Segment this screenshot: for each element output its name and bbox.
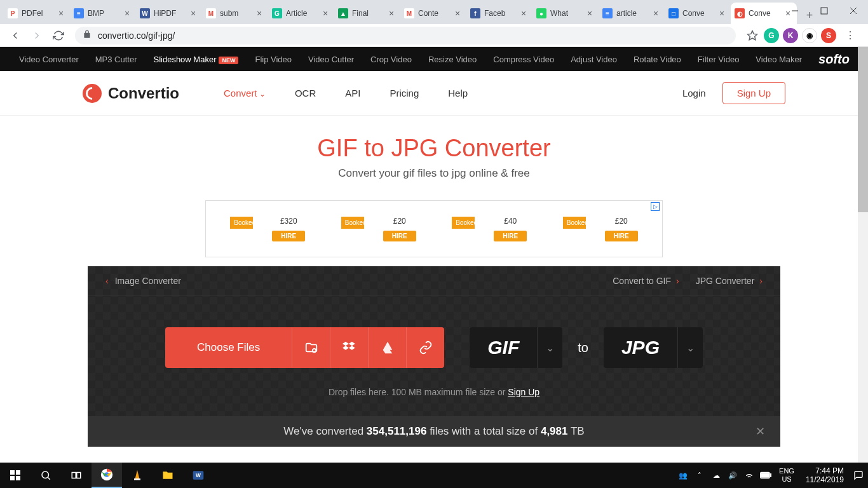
softo-nav-item[interactable]: MP3 Cutter xyxy=(95,55,137,64)
tray-notifications-icon[interactable] xyxy=(853,470,864,481)
softo-nav-item[interactable]: Video Cutter xyxy=(308,55,354,64)
ad-info-icon[interactable]: ▷ xyxy=(651,202,660,211)
tab-close-button[interactable]: × xyxy=(651,8,661,18)
tray-language[interactable]: ENGUS xyxy=(776,467,797,484)
tab-close-button[interactable]: × xyxy=(519,8,529,18)
taskbar-app-explorer[interactable] xyxy=(153,463,183,488)
bookmark-star-icon[interactable] xyxy=(742,25,763,46)
tray-up-icon[interactable]: ˄ xyxy=(694,470,705,481)
tray-people-icon[interactable]: 👥 xyxy=(677,470,689,481)
softo-nav-item[interactable]: Video Maker xyxy=(756,55,802,64)
stats-banner: We've converted 354,511,196 files with a… xyxy=(88,416,780,447)
tab-favicon: ▲ xyxy=(338,8,348,18)
start-button[interactable] xyxy=(0,463,31,488)
tab-close-button[interactable]: × xyxy=(320,8,330,18)
softo-nav-item[interactable]: Rotate Video xyxy=(634,55,681,64)
nav-help[interactable]: Help xyxy=(448,88,468,98)
svg-rect-21 xyxy=(761,473,768,477)
extension-grammarly-icon[interactable]: G xyxy=(764,28,779,43)
close-stats-button[interactable]: ✕ xyxy=(756,424,765,438)
address-bar[interactable]: convertio.co/gif-jpg/ xyxy=(75,27,736,44)
convertio-logo[interactable]: Convertio xyxy=(83,84,179,103)
softo-nav-item[interactable]: Compress Video xyxy=(493,55,554,64)
vertical-scrollbar[interactable] xyxy=(858,47,868,463)
browser-tab[interactable]: PPDFel× xyxy=(4,3,70,24)
browser-tab[interactable]: ≡BMP× xyxy=(70,3,136,24)
browser-tab[interactable]: ▲Final× xyxy=(334,3,400,24)
tab-label: PDFel xyxy=(22,9,56,18)
extension-icon[interactable]: K xyxy=(783,28,798,43)
tab-label: article xyxy=(616,9,651,18)
window-minimize-button[interactable] xyxy=(780,0,810,22)
source-googledrive-button[interactable] xyxy=(368,327,406,368)
browser-tab[interactable]: Msubm× xyxy=(202,3,268,24)
softo-nav-item[interactable]: Crop Video xyxy=(370,55,412,64)
tab-close-button[interactable]: × xyxy=(585,8,595,18)
window-maximize-button[interactable] xyxy=(810,0,839,22)
signup-link[interactable]: Sign Up xyxy=(508,387,539,397)
format-from-selector[interactable]: GIF ⌄ xyxy=(470,327,562,368)
taskbar-app-word[interactable]: W xyxy=(183,463,214,488)
browser-tab[interactable]: fFaceb× xyxy=(466,3,532,24)
softo-nav-item[interactable]: Slideshow MakerNEW xyxy=(153,55,238,64)
browser-tab[interactable]: GArticle× xyxy=(268,3,334,24)
tray-battery-icon[interactable] xyxy=(760,470,771,481)
svg-rect-6 xyxy=(10,470,15,475)
new-badge: NEW xyxy=(219,57,238,64)
tab-close-button[interactable]: × xyxy=(717,8,727,18)
svg-rect-13 xyxy=(77,473,81,478)
browser-tab[interactable]: MConte× xyxy=(400,3,466,24)
search-button[interactable] xyxy=(31,463,61,488)
taskbar-app-vlc[interactable] xyxy=(122,463,153,488)
source-dropbox-button[interactable] xyxy=(330,327,368,368)
task-view-button[interactable] xyxy=(61,463,92,488)
tab-close-button[interactable]: × xyxy=(56,8,66,18)
taskbar-app-chrome[interactable] xyxy=(92,463,122,488)
choose-files-button[interactable]: Choose Files xyxy=(165,327,292,368)
tab-close-button[interactable]: × xyxy=(188,8,198,18)
nav-convert[interactable]: Convert xyxy=(224,88,266,98)
nav-pricing[interactable]: Pricing xyxy=(390,88,419,98)
extension-icon[interactable]: ◉ xyxy=(802,28,817,43)
browser-tab[interactable]: ●What× xyxy=(532,3,599,24)
ad-banner[interactable]: Booked...£320HIREBooked...£20HIREBooked.… xyxy=(205,200,663,257)
scrollbar-thumb[interactable] xyxy=(858,47,868,212)
reload-button[interactable] xyxy=(48,25,69,46)
login-link[interactable]: Login xyxy=(682,88,706,98)
window-close-button[interactable] xyxy=(839,0,868,22)
softo-nav-item[interactable]: Resize Video xyxy=(428,55,477,64)
profile-avatar[interactable]: S xyxy=(821,28,836,43)
convertio-logo-icon xyxy=(83,84,102,103)
breadcrumb-jpg-converter[interactable]: JPG Converter› xyxy=(696,276,763,286)
tray-onedrive-icon[interactable]: ☁ xyxy=(710,470,722,481)
nav-api[interactable]: API xyxy=(345,88,360,98)
breadcrumb-convert-gif[interactable]: Convert to GIF› xyxy=(613,276,679,286)
tray-volume-icon[interactable]: 🔊 xyxy=(727,470,738,481)
browser-tab[interactable]: □Conve× xyxy=(665,3,731,24)
svg-rect-7 xyxy=(16,470,20,475)
softo-nav-item[interactable]: Filter Video xyxy=(698,55,740,64)
softo-nav-item[interactable]: Flip Video xyxy=(255,55,292,64)
breadcrumb-back-label: Image Converter xyxy=(115,276,181,286)
nav-ocr[interactable]: OCR xyxy=(295,88,316,98)
chrome-menu-button[interactable]: ⋮ xyxy=(840,25,860,46)
browser-tab[interactable]: ≡article× xyxy=(599,3,665,24)
tab-close-button[interactable]: × xyxy=(122,8,132,18)
softo-nav-item[interactable]: Adjust Video xyxy=(571,55,617,64)
tab-close-button[interactable]: × xyxy=(452,8,463,18)
converter-panel: ‹ Image Converter Convert to GIF› JPG Co… xyxy=(88,266,780,447)
tab-close-button[interactable]: × xyxy=(254,8,264,18)
forward-button[interactable] xyxy=(27,25,47,46)
tab-close-button[interactable]: × xyxy=(386,8,397,18)
breadcrumb-back[interactable]: ‹ Image Converter xyxy=(105,276,181,286)
back-button[interactable] xyxy=(5,25,25,46)
tab-label: Conve xyxy=(682,9,717,18)
softo-nav-item[interactable]: Video Converter xyxy=(19,55,79,64)
tray-clock[interactable]: 7:44 PM11/24/2019 xyxy=(802,466,848,485)
format-to-selector[interactable]: JPG ⌄ xyxy=(604,327,703,368)
source-url-button[interactable] xyxy=(406,327,444,368)
source-folder-button[interactable] xyxy=(292,327,330,368)
browser-tab[interactable]: WHiPDF× xyxy=(136,3,202,24)
tray-wifi-icon[interactable] xyxy=(743,470,755,481)
signup-button[interactable]: Sign Up xyxy=(722,82,785,104)
